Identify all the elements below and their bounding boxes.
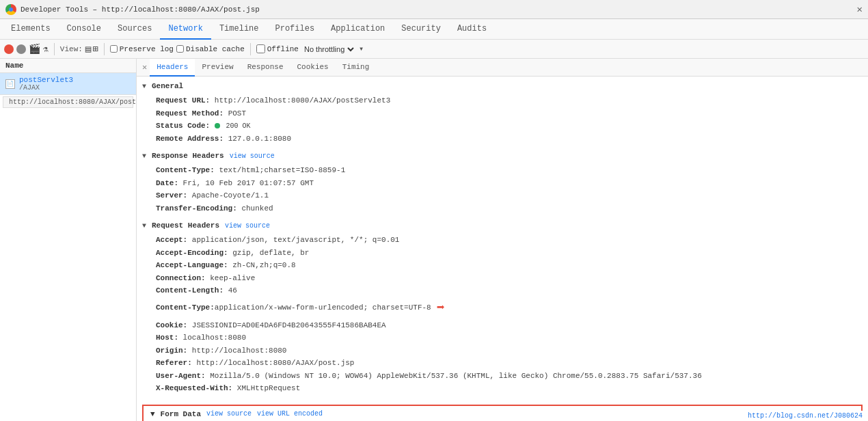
left-panel: Name 📄 postServlet3 /AJAX http://localho…: [0, 59, 137, 421]
referer-val: http://localhost:8080/AJAX/post.jsp: [196, 359, 354, 367]
remote-address-row: Remote Address: 127.0.0.1:8080: [150, 133, 868, 146]
tab-application[interactable]: Application: [323, 19, 393, 40]
general-section-header: ▼ General: [137, 79, 868, 93]
content-length-val: 46: [228, 286, 237, 295]
accept-row: Accept: application/json, text/javascrip…: [150, 234, 868, 247]
connection-row: Connection: keep-alive: [150, 272, 868, 285]
tooltip-url: http://localhost:8080/AJAX/postServlet3: [3, 96, 133, 108]
main-layout: Name 📄 postServlet3 /AJAX http://localho…: [0, 59, 868, 421]
accept-language-row: Accept-Language: zh-CN,zh;q=0.8: [150, 259, 868, 272]
right-panel: ✕ Headers Preview Response Cookies Timin…: [137, 59, 868, 421]
filter-icon[interactable]: ⚗: [43, 44, 49, 55]
grid-view-icon[interactable]: ⊞: [92, 43, 98, 55]
record-button[interactable]: [4, 44, 14, 54]
status-code-val: 200 OK: [226, 122, 250, 130]
request-item[interactable]: 📄 postServlet3 /AJAX: [0, 73, 136, 95]
disable-cache-label: Disable cache: [186, 45, 245, 53]
toolbar: 🎬 ⚗ View: ▤ ⊞ Preserve log Disable cache…: [0, 40, 868, 59]
user-agent-key: User-Agent:: [156, 372, 210, 380]
request-url-key: Request URL:: [156, 96, 215, 105]
server-row: Server: Apache-Coyote/1.1: [150, 189, 868, 202]
tab-elements[interactable]: Elements: [3, 19, 59, 40]
bottom-url: http://blog.csdn.net/J080624: [748, 412, 863, 420]
request-headers-title: Request Headers: [152, 221, 219, 230]
response-headers-view-source[interactable]: view source: [230, 152, 275, 160]
response-headers-toggle-icon[interactable]: ▼: [142, 152, 146, 160]
accept-encoding-key: Accept-Encoding:: [156, 249, 232, 257]
tab-network[interactable]: Network: [160, 19, 211, 40]
red-arrow-icon: ➡: [437, 298, 445, 318]
tab-cookies[interactable]: Cookies: [290, 59, 335, 77]
server-val: Apache-Coyote/1.1: [192, 191, 269, 200]
headers-content: ▼ General Request URL: http://localhost:…: [137, 77, 868, 421]
connection-val: keep-alive: [210, 274, 255, 282]
panel-tabs: ✕ Headers Preview Response Cookies Timin…: [137, 59, 868, 77]
separator: [54, 43, 55, 55]
host-key: Host:: [156, 334, 183, 342]
accept-encoding-val: gzip, deflate, br: [232, 249, 309, 257]
tab-console[interactable]: Console: [59, 19, 109, 40]
request-method-val: POST: [228, 109, 246, 118]
tab-security[interactable]: Security: [393, 19, 449, 40]
x-requested-with-key: X-Requested-With:: [156, 384, 237, 392]
content-length-key: Content-Length:: [156, 286, 228, 295]
response-headers-section: ▼ Response Headers view source Content-T…: [137, 149, 868, 219]
left-panel-header: Name: [0, 59, 136, 73]
throttle-select[interactable]: No throttling Offline Slow 3G Fast 3G: [301, 44, 356, 54]
content-type-response-row: Content-Type: text/html;charset=ISO-8859…: [150, 164, 868, 177]
tab-timeline[interactable]: Timeline: [211, 19, 267, 40]
tab-preview[interactable]: Preview: [195, 59, 240, 77]
tab-profiles[interactable]: Profiles: [267, 19, 323, 40]
preserve-log-label: Preserve log: [120, 45, 174, 53]
tab-response[interactable]: Response: [241, 59, 290, 77]
panel-close-icon[interactable]: ✕: [139, 62, 150, 72]
request-headers-toggle-icon[interactable]: ▼: [142, 222, 146, 230]
content-type-response-val: text/html;charset=ISO-8859-1: [219, 166, 345, 174]
general-section: ▼ General Request URL: http://localhost:…: [137, 79, 868, 149]
status-code-row: Status Code: 200 OK: [150, 120, 868, 133]
camera-icon[interactable]: 🎬: [29, 43, 40, 55]
separator3: [250, 43, 251, 55]
close-button[interactable]: ✕: [857, 4, 863, 15]
disable-cache-checkbox[interactable]: [176, 45, 184, 53]
date-key: Date:: [156, 179, 183, 187]
general-title: General: [152, 82, 183, 90]
list-view-icon[interactable]: ▤: [85, 43, 91, 55]
date-row: Date: Fri, 10 Feb 2017 01:07:57 GMT: [150, 177, 868, 190]
cookie-key: Cookie:: [156, 321, 192, 329]
tab-sources[interactable]: Sources: [109, 19, 160, 40]
stop-button[interactable]: [16, 44, 26, 54]
request-name: postServlet3: [19, 76, 73, 84]
response-headers-body: Content-Type: text/html;charset=ISO-8859…: [137, 163, 868, 219]
origin-row: Origin: http://localhost:8080: [150, 344, 868, 357]
accept-val: application/json, text/javascript, */*; …: [192, 236, 400, 244]
file-icon: 📄: [5, 79, 15, 89]
offline-checkbox[interactable]: [256, 44, 265, 53]
general-toggle-icon[interactable]: ▼: [142, 83, 146, 90]
remote-address-key: Remote Address:: [156, 135, 228, 143]
preserve-log-group: Preserve log: [110, 45, 174, 53]
form-data-view-url-encoded[interactable]: view URL encoded: [257, 410, 323, 418]
tab-timing[interactable]: Timing: [336, 59, 377, 77]
throttle-arrow-icon: ▾: [359, 44, 364, 54]
tab-headers[interactable]: Headers: [150, 59, 195, 77]
connection-key: Connection:: [156, 274, 210, 282]
transfer-encoding-key: Transfer-Encoding:: [156, 204, 241, 213]
tab-audits[interactable]: Audits: [449, 19, 495, 40]
origin-val: http://localhost:8080: [192, 347, 287, 355]
remote-address-val: 127.0.0.1:8080: [228, 135, 291, 143]
content-type-request-row: Content-Type: application/x-www-form-url…: [150, 297, 868, 319]
disable-cache-group: Disable cache: [176, 45, 245, 53]
form-data-toggle-icon[interactable]: ▼: [150, 410, 155, 418]
form-data-title: Form Data: [161, 410, 201, 418]
view-icons: ▤ ⊞: [85, 43, 98, 55]
referer-key: Referer:: [156, 359, 196, 367]
preserve-log-checkbox[interactable]: [110, 45, 118, 53]
request-headers-view-source[interactable]: view source: [225, 222, 270, 230]
response-headers-section-header: ▼ Response Headers view source: [137, 149, 868, 163]
form-data-view-source[interactable]: view source: [206, 410, 252, 418]
request-headers-section-header: ▼ Request Headers view source: [137, 219, 868, 232]
x-requested-with-val: XMLHttpRequest: [237, 384, 300, 392]
separator2: [104, 43, 105, 55]
view-label: View:: [60, 45, 83, 53]
